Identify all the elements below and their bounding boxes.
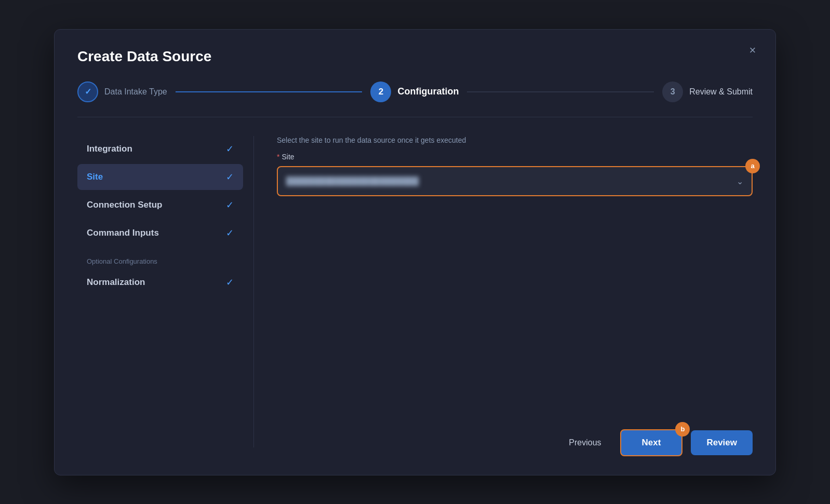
connector-2: [467, 91, 654, 92]
step-label-2: Configuration: [397, 86, 459, 97]
step-data-intake: ✓ Data Intake Type: [77, 81, 167, 102]
next-button-wrapper: Next b: [620, 429, 683, 456]
site-field-label: * Site: [277, 153, 753, 161]
site-select-container: ████████████████████████ ⌄ a: [277, 166, 753, 196]
required-star: *: [277, 153, 279, 161]
sidebar-item-site[interactable]: Site ✓: [77, 164, 243, 190]
step-label-3: Review & Submit: [689, 87, 753, 97]
step-label-1: Data Intake Type: [104, 87, 167, 97]
modal-footer: Previous Next b Review: [558, 417, 753, 456]
check-icon-site: ✓: [226, 171, 234, 183]
main-content: Select the site to run the data source o…: [254, 136, 753, 447]
site-selected-value: ████████████████████████: [278, 167, 752, 195]
connector-1: [176, 91, 363, 92]
check-icon-normalization: ✓: [226, 277, 234, 288]
stepper: ✓ Data Intake Type 2 Configuration 3 Rev…: [77, 81, 753, 117]
modal-title: Create Data Source: [77, 48, 753, 65]
sidebar-item-command-inputs[interactable]: Command Inputs ✓: [77, 220, 243, 246]
sidebar-item-connection-setup[interactable]: Connection Setup ✓: [77, 192, 243, 218]
check-icon-command: ✓: [226, 227, 234, 239]
review-button[interactable]: Review: [691, 430, 753, 455]
annotation-badge-b: b: [675, 422, 690, 437]
step-configuration: 2 Configuration: [370, 81, 459, 102]
step-review: 3 Review & Submit: [662, 81, 753, 102]
check-icon-connection: ✓: [226, 199, 234, 211]
blurred-site-value: ████████████████████████: [286, 176, 419, 185]
next-button[interactable]: Next: [620, 429, 683, 456]
step-circle-2: 2: [370, 81, 391, 102]
modal: × Create Data Source ✓ Data Intake Type …: [54, 29, 776, 475]
sidebar: Integration ✓ Site ✓ Connection Setup ✓ …: [77, 136, 254, 447]
annotation-badge-a: a: [745, 159, 760, 173]
check-icon-integration: ✓: [226, 143, 234, 155]
modal-body: Integration ✓ Site ✓ Connection Setup ✓ …: [77, 136, 753, 447]
close-button[interactable]: ×: [744, 42, 761, 59]
sidebar-item-integration[interactable]: Integration ✓: [77, 136, 243, 162]
step-circle-1: ✓: [77, 81, 98, 102]
step-circle-3: 3: [662, 81, 683, 102]
site-description: Select the site to run the data source o…: [277, 136, 753, 144]
optional-configurations-label: Optional Configurations: [77, 248, 243, 269]
previous-button[interactable]: Previous: [558, 433, 611, 453]
sidebar-item-normalization[interactable]: Normalization ✓: [77, 269, 243, 295]
site-select-wrapper[interactable]: ████████████████████████ ⌄: [277, 166, 753, 196]
